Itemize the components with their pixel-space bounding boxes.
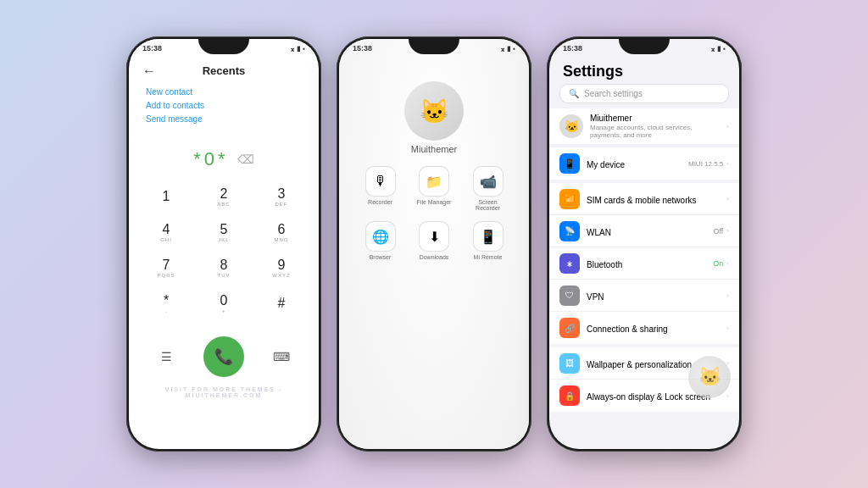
vpn-content: VPN <box>587 288 720 303</box>
settings-item-wlan[interactable]: 📡 WLAN Off › <box>549 215 739 247</box>
app-browser[interactable]: 🌐 Browser <box>359 221 402 260</box>
key-3[interactable]: 3DEF <box>261 180 302 213</box>
filemanager-label: File Manager <box>417 199 452 205</box>
key-4[interactable]: 4GHI <box>146 216 186 248</box>
keypad-row-1: 1 2ABC 3DEF <box>146 180 302 213</box>
alwayson-emoji: 🔒 <box>565 391 575 401</box>
wlan-content: WLAN <box>587 224 706 239</box>
recorder-icon: 🎙 <box>365 166 396 197</box>
dialer-number: *0* <box>193 148 228 170</box>
keypad-row-4: *. 0+ # <box>146 287 302 319</box>
settings-item-device[interactable]: 📱 My device MIUI 12.5.5 › <box>549 147 739 180</box>
settings-content: Settings 🔍 Search settings 🐱 Miuithemer <box>549 58 739 449</box>
settings-item-bluetooth[interactable]: ⁎ Bluetooth On › <box>549 247 739 280</box>
wlan-status: Off <box>713 227 723 236</box>
new-contact-link[interactable]: New contact <box>146 87 302 97</box>
wlan-icon: 📡 <box>559 221 580 241</box>
app-downloads[interactable]: ⬇ Downloads <box>413 221 455 260</box>
settings-item-vpn[interactable]: 🛡 VPN › <box>549 280 739 312</box>
app-filemanager[interactable]: 📁 File Manager <box>413 166 455 211</box>
wallpaper-title: Wallpaper & personalization <box>587 360 692 369</box>
settings-title: Settings <box>549 58 739 84</box>
phone-1-screen: 15:38 ⁎ ▮ ▪ ← Recents New contact Add to… <box>129 39 319 449</box>
app-row-1: 🎙 Recorder 📁 File Manager 📹 Screen Recor… <box>348 166 520 211</box>
sim-chevron: › <box>726 195 729 202</box>
settings-search-bar[interactable]: 🔍 Search settings <box>559 84 729 103</box>
bluetooth-title: Bluetooth <box>587 260 622 269</box>
bluetooth-icon-1: ⁎ <box>291 45 294 53</box>
app-grid: 🎙 Recorder 📁 File Manager 📹 Screen Recor… <box>339 166 529 270</box>
settings-network-section: 📶 SIM cards & mobile networks › 📡 <box>549 183 739 344</box>
device-badge: MIUI 12.5.5 <box>688 160 723 168</box>
app-screenrecorder[interactable]: 📹 Screen Recorder <box>467 166 509 211</box>
settings-mascot: 🐱 <box>688 356 731 398</box>
key-star[interactable]: *. <box>146 287 186 319</box>
connection-icon: 🔗 <box>559 318 580 338</box>
avatar-emoji: 🐱 <box>565 119 579 133</box>
settings-account-section: 🐱 Miuithemer Manage accounts, cloud serv… <box>549 108 739 144</box>
app-recorder[interactable]: 🎙 Recorder <box>359 166 402 211</box>
signal-icon-2: ▪ <box>513 45 515 53</box>
call-button[interactable]: 📞 <box>203 336 244 377</box>
sim-emoji: 📶 <box>565 194 575 203</box>
sim-content: SIM cards & mobile networks <box>587 191 720 207</box>
account-right: › <box>726 123 729 130</box>
miremote-icon: 📱 <box>473 221 504 252</box>
status-icons-3: ⁎ ▮ ▪ <box>711 45 726 53</box>
key-8[interactable]: 8TUV <box>203 252 244 284</box>
notch-3 <box>619 39 670 54</box>
add-contacts-link[interactable]: Add to contacts <box>146 101 302 110</box>
vpn-title: VPN <box>587 292 604 302</box>
connection-content: Connection & sharing <box>587 320 720 336</box>
browser-label: Browser <box>370 254 392 260</box>
back-button[interactable]: ← <box>142 64 156 79</box>
alwayson-icon: 🔒 <box>559 385 580 406</box>
vpn-emoji: 🛡 <box>565 291 574 300</box>
dialer-links: New contact Add to contacts Send message <box>129 84 319 131</box>
key-1[interactable]: 1 <box>146 180 186 213</box>
browser-icon: 🌐 <box>365 221 396 252</box>
watermark: VISIT FOR MORE THEMES - MIUITHEMER.COM <box>129 386 319 398</box>
key-5[interactable]: 5JKL <box>203 216 244 248</box>
wallpaper-emoji: 🖼 <box>565 358 574 368</box>
key-6[interactable]: 6MNO <box>261 216 302 248</box>
app-miremote[interactable]: 📱 Mi Remote <box>467 221 509 260</box>
menu-icon[interactable]: ☰ <box>153 343 180 370</box>
search-icon: 🔍 <box>569 89 579 98</box>
sim-right: › <box>726 195 729 202</box>
bluetooth-symbol: ⁎ <box>567 258 572 269</box>
connection-chevron: › <box>726 324 729 332</box>
key-9[interactable]: 9WXYZ <box>261 252 302 284</box>
notch-1 <box>198 39 249 54</box>
miremote-label: Mi Remote <box>474 254 503 260</box>
vpn-chevron: › <box>726 291 729 299</box>
filemanager-icon: 📁 <box>419 166 449 197</box>
settings-item-connection[interactable]: 🔗 Connection & sharing › <box>549 312 739 344</box>
key-0[interactable]: 0+ <box>203 287 244 319</box>
signal-icon-1: ▪ <box>303 45 305 53</box>
send-message-link[interactable]: Send message <box>146 114 302 124</box>
device-chevron: › <box>726 160 729 168</box>
battery-icon-2: ▮ <box>507 45 510 53</box>
key-7[interactable]: 7PQRS <box>146 252 186 284</box>
account-content: Miuithemer Manage accounts, cloud servic… <box>590 114 720 139</box>
keypad-icon[interactable]: ⌨ <box>268 343 295 370</box>
status-icons-1: ⁎ ▮ ▪ <box>291 45 305 53</box>
settings-device-section: 📱 My device MIUI 12.5.5 › <box>549 147 739 180</box>
key-2[interactable]: 2ABC <box>203 180 244 213</box>
wlan-emoji: 📡 <box>565 226 575 236</box>
settings-item-sim[interactable]: 📶 SIM cards & mobile networks › <box>549 183 739 215</box>
keypad: 1 2ABC 3DEF 4GHI 5JKL 6MNO 7PQRS 8TUV 9W… <box>129 177 319 326</box>
sim-icon: 📶 <box>559 189 580 209</box>
time-3: 15:38 <box>563 44 582 53</box>
settings-item-account[interactable]: 🐱 Miuithemer Manage accounts, cloud serv… <box>549 108 739 144</box>
delete-button[interactable]: ⌫ <box>237 152 254 166</box>
keypad-row-3: 7PQRS 8TUV 9WXYZ <box>146 252 302 284</box>
bluetooth-icon-3: ⁎ <box>711 45 715 53</box>
device-emoji: 📱 <box>564 158 576 169</box>
bluetooth-right: On › <box>713 259 729 268</box>
device-right: MIUI 12.5.5 › <box>688 160 729 168</box>
phone-2: 15:38 ⁎ ▮ ▪ 🐱 Miuithemer <box>337 36 531 452</box>
key-hash[interactable]: # <box>261 287 302 319</box>
bluetooth-icon: ⁎ <box>559 253 580 274</box>
